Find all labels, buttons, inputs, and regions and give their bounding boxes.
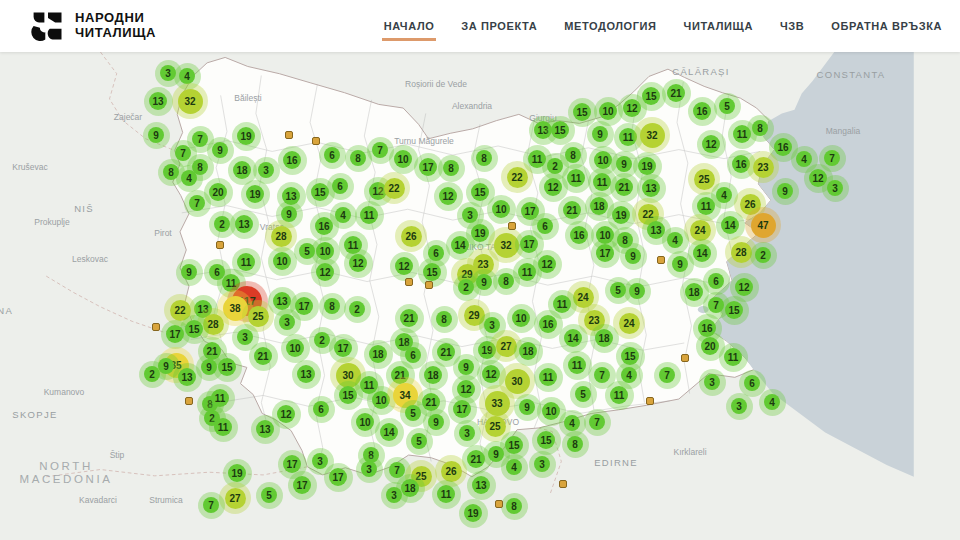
cluster-marker[interactable]: 17 <box>448 395 477 424</box>
cluster-marker[interactable]: 6 <box>532 213 559 240</box>
cluster-marker[interactable]: 17 <box>161 320 190 349</box>
cluster-marker[interactable]: 18 <box>396 474 425 503</box>
point-marker[interactable] <box>216 241 224 249</box>
nav-item-nachalo[interactable]: НАЧАЛО <box>384 20 435 32</box>
cluster-marker[interactable]: 4 <box>662 227 689 254</box>
cluster-marker[interactable]: 19 <box>459 499 488 528</box>
cluster-marker[interactable]: 18 <box>514 337 543 366</box>
cluster-marker[interactable]: 10 <box>281 334 310 363</box>
cluster-marker[interactable]: 16 <box>278 146 307 175</box>
cluster-marker[interactable]: 15 <box>334 381 363 410</box>
cluster-marker[interactable]: 3 <box>454 420 481 447</box>
cluster-marker[interactable]: 8 <box>562 431 589 458</box>
cluster-marker[interactable]: 12 <box>311 258 340 287</box>
nav-item-za-proekta[interactable]: ЗА ПРОЕКТА <box>461 20 537 32</box>
cluster-marker[interactable]: 47 <box>745 207 781 243</box>
point-marker[interactable] <box>559 480 567 488</box>
cluster-marker[interactable]: 13 <box>467 471 496 500</box>
cluster-marker[interactable]: 9 <box>620 243 647 270</box>
cluster-marker[interactable]: 5 <box>570 381 597 408</box>
cluster-marker[interactable]: 9 <box>176 259 203 286</box>
cluster-marker[interactable]: 15 <box>720 296 749 325</box>
point-marker[interactable] <box>657 256 665 264</box>
map-canvas[interactable]: BăileștiZaječarKruševacNIŠProkupljePirot… <box>0 52 960 540</box>
cluster-marker[interactable]: 19 <box>241 180 270 209</box>
cluster-marker[interactable]: 5 <box>406 428 433 455</box>
cluster-marker[interactable]: 15 <box>213 353 242 382</box>
cluster-marker[interactable]: 32 <box>634 117 670 153</box>
cluster-marker[interactable]: 3 <box>822 175 849 202</box>
cluster-marker[interactable]: 21 <box>558 196 587 225</box>
cluster-marker[interactable]: 13 <box>230 210 259 239</box>
cluster-marker[interactable]: 11 <box>563 351 592 380</box>
point-marker[interactable] <box>681 354 689 362</box>
cluster-marker[interactable]: 8 <box>438 155 465 182</box>
cluster-marker[interactable]: 2 <box>750 242 777 269</box>
cluster-marker[interactable]: 11 <box>562 164 591 193</box>
cluster-marker[interactable]: 14 <box>559 324 588 353</box>
cluster-marker[interactable]: 11 <box>605 381 634 410</box>
cluster-marker[interactable]: 14 <box>375 418 404 447</box>
point-marker[interactable] <box>646 397 654 405</box>
cluster-marker[interactable]: 18 <box>419 361 448 390</box>
cluster-marker[interactable]: 11 <box>534 363 563 392</box>
cluster-marker[interactable]: 8 <box>501 493 528 520</box>
cluster-marker[interactable]: 17 <box>288 471 317 500</box>
cluster-marker[interactable]: 12 <box>697 130 726 159</box>
point-marker[interactable] <box>508 222 516 230</box>
point-marker[interactable] <box>495 500 503 508</box>
cluster-marker[interactable]: 11 <box>432 480 461 509</box>
cluster-marker[interactable]: 12 <box>434 182 463 211</box>
cluster-marker[interactable]: 3 <box>726 393 753 420</box>
cluster-marker[interactable]: 26 <box>395 220 427 252</box>
cluster-marker[interactable]: 18 <box>590 324 619 353</box>
cluster-marker[interactable]: 9 <box>624 278 651 305</box>
cluster-marker[interactable]: 6 <box>327 173 354 200</box>
point-marker[interactable] <box>312 137 320 145</box>
cluster-marker[interactable]: 13 <box>251 415 280 444</box>
cluster-marker[interactable]: 4 <box>501 454 528 481</box>
cluster-marker[interactable]: 2 <box>139 361 166 388</box>
cluster-marker[interactable]: 22 <box>378 172 410 204</box>
cluster-marker[interactable]: 16 <box>688 97 717 126</box>
point-marker[interactable] <box>185 397 193 405</box>
nav-item-chitalishta[interactable]: ЧИТАЛИЩА <box>684 20 753 32</box>
cluster-marker[interactable]: 17 <box>324 463 353 492</box>
point-marker[interactable] <box>285 131 293 139</box>
cluster-marker[interactable]: 15 <box>532 426 561 455</box>
cluster-marker[interactable]: 7 <box>584 409 611 436</box>
cluster-marker[interactable]: 32 <box>172 83 208 119</box>
brand-logo[interactable]: НАРОДНИ ЧИТАЛИЩА <box>0 8 156 44</box>
cluster-marker[interactable]: 21 <box>662 79 691 108</box>
cluster-marker[interactable]: 4 <box>759 389 786 416</box>
cluster-marker[interactable]: 3 <box>356 456 383 483</box>
cluster-marker[interactable]: 8 <box>431 306 458 333</box>
cluster-marker[interactable]: 8 <box>493 268 520 295</box>
cluster-marker[interactable]: 3 <box>529 451 556 478</box>
cluster-marker[interactable]: 10 <box>487 195 516 224</box>
cluster-marker[interactable]: 12 <box>390 252 419 281</box>
cluster-marker[interactable]: 17 <box>591 239 620 268</box>
cluster-marker[interactable]: 6 <box>308 396 335 423</box>
cluster-marker[interactable]: 7 <box>184 190 211 217</box>
cluster-marker[interactable]: 13 <box>144 87 173 116</box>
cluster-marker[interactable]: 13 <box>292 360 321 389</box>
cluster-marker[interactable]: 15 <box>637 82 666 111</box>
cluster-marker[interactable]: 6 <box>319 142 346 169</box>
nav-item-chzv[interactable]: ЧЗВ <box>780 20 804 32</box>
point-marker[interactable] <box>425 281 433 289</box>
cluster-marker[interactable]: 3 <box>699 369 726 396</box>
cluster-marker[interactable]: 21 <box>249 342 278 371</box>
cluster-marker[interactable]: 16 <box>565 221 594 250</box>
cluster-marker[interactable]: 3 <box>274 309 301 336</box>
cluster-marker[interactable]: 9 <box>772 178 799 205</box>
cluster-marker[interactable]: 23 <box>747 151 779 183</box>
cluster-marker[interactable]: 12 <box>344 249 373 278</box>
cluster-marker[interactable]: 11 <box>728 120 757 149</box>
nav-item-metodologia[interactable]: МЕТОДОЛОГИЯ <box>564 20 656 32</box>
cluster-marker[interactable]: 16 <box>534 310 563 339</box>
cluster-marker[interactable]: 9 <box>143 122 170 149</box>
cluster-marker[interactable]: 5 <box>714 93 741 120</box>
cluster-marker[interactable]: 8 <box>471 145 498 172</box>
cluster-marker[interactable]: 11 <box>355 201 384 230</box>
